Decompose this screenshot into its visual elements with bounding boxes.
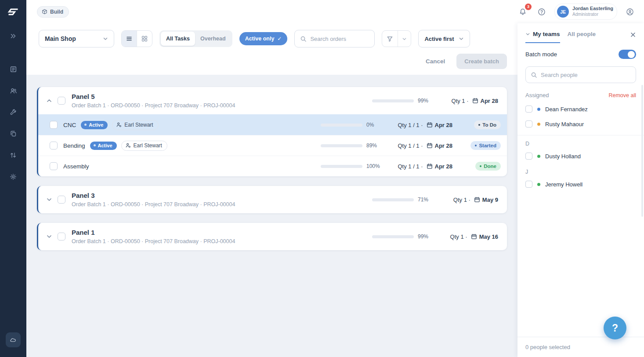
calendar-icon	[427, 122, 433, 128]
orders-list: Panel 5 Order Batch 1 · ORD-00050 · Proj…	[26, 75, 517, 357]
panel-title: Panel 1	[72, 229, 235, 236]
panel-header[interactable]: Panel 1 Order Batch 1 · ORD-00050 · Proj…	[38, 223, 507, 250]
tab-overhead[interactable]: Overhead	[195, 32, 231, 46]
panel-checkbox[interactable]	[58, 196, 65, 204]
close-icon[interactable]	[630, 31, 636, 38]
chevron-down-icon	[402, 36, 407, 41]
person-row-jeremy-howell[interactable]: Jeremy Howell	[517, 177, 644, 192]
panel-subtitle: Order Batch 1 · ORD-00050 · Project 707 …	[72, 102, 235, 109]
shop-select-value: Main Shop	[45, 35, 98, 42]
workspace-badge-icon[interactable]	[6, 332, 21, 347]
search-icon	[531, 72, 537, 78]
panel-qty-date: Qty 1 · Apr 28	[443, 98, 498, 104]
task-progress: 100%	[321, 163, 387, 169]
task-checkbox[interactable]	[50, 142, 58, 149]
calendar-icon	[427, 163, 433, 169]
toolbar-section: Main Shop All Tasks Overhead Active only…	[26, 23, 517, 75]
task-checkbox[interactable]	[50, 162, 58, 170]
people-panel: My teams All people Batch mode Assigned …	[517, 23, 644, 357]
person-checkbox[interactable]	[525, 106, 532, 113]
assignee-chip[interactable]: Earl Stewart	[121, 141, 167, 151]
double-chevron-right-icon[interactable]	[5, 28, 21, 44]
chevron-down-icon	[459, 36, 464, 41]
funnel-icon	[387, 36, 393, 42]
build-icon	[42, 9, 47, 15]
panel-header[interactable]: Panel 5 Order Batch 1 · ORD-00050 · Proj…	[38, 87, 507, 114]
tab-all-people[interactable]: All people	[568, 31, 596, 42]
task-row-assembly[interactable]: Assembly 100% Qty 1 / 1 · Apr 28 Done	[38, 156, 507, 176]
grid-view-button[interactable]	[137, 31, 152, 47]
progress-label: 99%	[418, 98, 428, 104]
panel-title-block: Panel 5 Order Batch 1 · ORD-00050 · Proj…	[72, 93, 235, 109]
notification-count-badge: 3	[525, 4, 532, 10]
panel-card-panel-1: Panel 1 Order Batch 1 · ORD-00050 · Proj…	[37, 223, 507, 250]
active-badge: Active	[90, 142, 117, 150]
person-row-dean-fernandez[interactable]: Dean Fernandez	[517, 102, 644, 117]
task-row-cnc[interactable]: CNC Active Earl Stewart 0% Qty 1 / 1 · A…	[38, 114, 507, 135]
filter-dropdown-button[interactable]	[398, 31, 411, 47]
build-button[interactable]: Build	[37, 6, 69, 18]
shop-select[interactable]: Main Shop	[39, 30, 114, 47]
assigned-section-header: Assigned Remove all	[517, 83, 644, 102]
selection-count: 0 people selected	[517, 337, 644, 357]
task-checkbox[interactable]	[50, 121, 58, 129]
status-badge: Done	[475, 162, 501, 171]
task-name: CNC	[63, 122, 76, 128]
panel-header[interactable]: Panel 3 Order Batch 1 · ORD-00050 · Proj…	[38, 186, 507, 213]
gear-icon[interactable]	[5, 169, 21, 185]
person-row-dusty-holland[interactable]: Dusty Holland	[517, 149, 644, 164]
help-menu-button[interactable]	[535, 6, 548, 18]
filter-button[interactable]	[382, 31, 398, 47]
avatar: JE	[557, 6, 569, 18]
orders-search-input[interactable]	[310, 36, 369, 42]
tab-all-tasks[interactable]: All Tasks	[161, 32, 195, 46]
expand-chevron-icon[interactable]	[43, 194, 55, 205]
help-button[interactable]: ?	[604, 317, 626, 339]
status-dot	[537, 123, 540, 126]
app-logo[interactable]	[6, 6, 20, 20]
notifications-button[interactable]: 3	[517, 6, 529, 18]
scrollbar[interactable]	[641, 85, 643, 217]
batch-mode-label: Batch mode	[525, 51, 557, 58]
task-row-bending[interactable]: Bending Active Earl Stewart 89% Qty 1 / …	[38, 135, 507, 156]
users-icon[interactable]	[5, 83, 21, 98]
people-search-input[interactable]	[541, 72, 631, 78]
wrench-icon[interactable]	[5, 104, 21, 120]
people-search[interactable]	[525, 66, 636, 83]
remove-all-link[interactable]: Remove all	[608, 92, 636, 98]
group-letter: D	[517, 135, 644, 149]
person-checkbox[interactable]	[525, 153, 532, 160]
question-circle-icon	[538, 8, 546, 16]
create-batch-button[interactable]: Create batch	[456, 54, 507, 69]
cancel-button[interactable]: Cancel	[426, 58, 445, 65]
tab-my-teams[interactable]: My teams	[525, 31, 560, 43]
batch-mode-row: Batch mode	[517, 43, 644, 66]
assignee-chip[interactable]: Earl Stewart	[112, 120, 158, 130]
person-row-rusty-mahaour[interactable]: Rusty Mahaour	[517, 117, 644, 131]
user-name: Jordan Easterling	[572, 6, 613, 12]
list-view-button[interactable]	[122, 31, 137, 47]
panel-card-panel-5: Panel 5 Order Batch 1 · ORD-00050 · Proj…	[37, 87, 507, 176]
panel-title: Panel 3	[72, 192, 235, 199]
expand-chevron-icon[interactable]	[43, 231, 55, 242]
calendar-icon	[427, 142, 433, 149]
copy-icon[interactable]	[5, 126, 21, 142]
user-menu[interactable]: JE Jordan Easterling Administrator	[554, 4, 617, 20]
panel-checkbox[interactable]	[58, 97, 65, 105]
task-qty-date: Qty 1 / 1 · Apr 28	[387, 122, 452, 128]
assigned-label: Assigned	[525, 92, 549, 98]
board-icon[interactable]	[5, 61, 21, 77]
collapse-chevron-icon[interactable]	[43, 95, 55, 106]
person-checkbox[interactable]	[525, 181, 532, 188]
account-icon[interactable]	[624, 6, 636, 18]
sort-arrows-icon[interactable]	[5, 147, 21, 163]
person-checkbox[interactable]	[525, 120, 532, 128]
status-badge: To Do	[474, 120, 501, 129]
active-only-filter[interactable]: Active only ✓	[239, 32, 288, 45]
grid-icon	[141, 36, 148, 42]
orders-search[interactable]	[294, 30, 375, 47]
panel-checkbox[interactable]	[58, 233, 65, 240]
sort-select[interactable]: Active first	[418, 30, 470, 47]
panel-title-block: Panel 1 Order Batch 1 · ORD-00050 · Proj…	[72, 229, 235, 244]
batch-mode-toggle[interactable]	[619, 50, 636, 59]
